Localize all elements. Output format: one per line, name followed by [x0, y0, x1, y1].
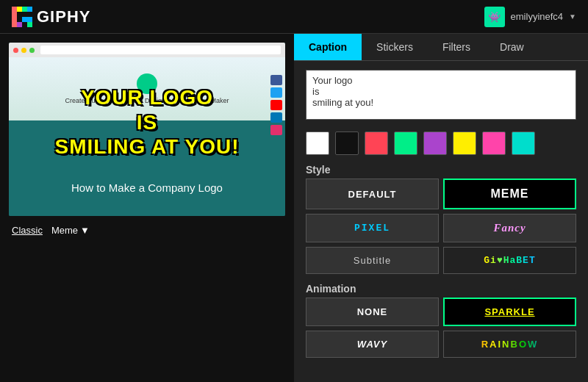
chevron-down-icon: ▼ [569, 12, 576, 21]
logo-area: GIPHY [12, 7, 90, 27]
color-swatch-red[interactable] [365, 131, 388, 155]
classic-mode-button[interactable]: Classic [9, 223, 46, 237]
style-buttons-grid: DEFAULT MEME PIXEL Fancy Subtitle [306, 179, 576, 274]
video-subtitle: How to Make a Company Logo [9, 181, 285, 194]
video-caption-text: YOUR LOGO IS SMILING AT YOU! [55, 85, 240, 159]
style-section: Style DEFAULT MEME PIXEL Fancy S [306, 164, 576, 274]
user-avatar: 👾 [484, 7, 505, 27]
tab-stickers[interactable]: Stickers [362, 34, 428, 60]
svg-rect-6 [27, 22, 32, 27]
tabs-row: Caption Stickers Filters Draw [294, 34, 588, 61]
header: GIPHY 👾 emilyyinefc4 ▼ [0, 0, 588, 34]
facebook-icon [270, 75, 282, 85]
style-section-label: Style [306, 164, 576, 176]
anim-rainbow-button[interactable]: RAINBOW [443, 331, 576, 358]
caption-input-wrapper: Your logo is smiling at you! [306, 70, 576, 123]
style-fancy-button[interactable]: Fancy [443, 214, 576, 242]
svg-rect-0 [12, 7, 17, 27]
twitter-icon [270, 87, 282, 98]
color-swatch-cyan[interactable] [512, 131, 535, 155]
tab-filters[interactable]: Filters [428, 34, 485, 60]
anim-wavy-button[interactable]: WAVY [306, 331, 439, 358]
avatar-emoji: 👾 [488, 11, 501, 23]
anim-none-button[interactable]: NONE [306, 298, 439, 326]
giphy-logo-icon [12, 7, 32, 27]
svg-rect-4 [17, 22, 22, 27]
browser-dot-green [29, 48, 35, 53]
user-area[interactable]: 👾 emilyyinefc4 ▼ [484, 7, 576, 27]
right-panel: Caption Stickers Filters Draw Your logo … [294, 34, 588, 382]
meme-mode-dropdown[interactable]: Meme ▼ [51, 225, 90, 236]
linkedin-icon [270, 112, 282, 123]
color-swatch-black[interactable] [335, 131, 359, 155]
logo-text: GIPHY [37, 7, 90, 26]
svg-rect-2 [22, 7, 27, 12]
right-content: Your logo is smiling at you! Style DEFAU… [294, 61, 588, 367]
tab-draw[interactable]: Draw [485, 34, 539, 60]
svg-rect-5 [22, 17, 32, 22]
animation-section: Animation NONE SPARKLE WAVY RAINBOW [306, 283, 576, 358]
browser-dot-yellow [21, 48, 26, 53]
mode-selector: Classic Meme ▼ [9, 223, 285, 237]
username: emilyyinefc4 [511, 11, 564, 22]
style-meme-button[interactable]: MEME [443, 179, 576, 209]
tab-caption[interactable]: Caption [294, 34, 362, 60]
animation-buttons-grid: NONE SPARKLE WAVY RAINBOW [306, 298, 576, 358]
youtube-icon [270, 100, 282, 110]
svg-rect-3 [27, 7, 32, 12]
left-panel: Create Custom Logos with DesignEvo Free … [0, 34, 294, 382]
browser-bar [9, 43, 285, 57]
instagram-icon [270, 125, 282, 135]
color-swatch-white[interactable] [306, 131, 329, 155]
color-swatch-purple[interactable] [423, 131, 447, 155]
color-swatches-row [306, 131, 576, 155]
color-swatch-yellow[interactable] [453, 131, 476, 155]
main-layout: Create Custom Logos with DesignEvo Free … [0, 34, 588, 382]
svg-rect-1 [17, 7, 22, 12]
video-preview: Create Custom Logos with DesignEvo Free … [9, 43, 285, 216]
meme-mode-label: Meme [51, 225, 78, 236]
animation-section-label: Animation [306, 283, 576, 295]
caption-textarea[interactable]: Your logo is smiling at you! [306, 70, 576, 120]
style-pixel-button[interactable]: PIXEL [306, 214, 439, 242]
style-default-button[interactable]: DEFAULT [306, 179, 439, 209]
color-swatch-green[interactable] [394, 131, 417, 155]
color-swatch-pink[interactable] [482, 131, 506, 155]
style-subtitle-button[interactable]: Subtitle [306, 247, 439, 274]
meme-dropdown-chevron: ▼ [80, 225, 90, 236]
browser-address-bar [40, 46, 281, 54]
social-icons [270, 75, 282, 135]
anim-sparkle-button[interactable]: SPARKLE [443, 298, 576, 326]
style-alphabet-button[interactable]: Gi♥HaBET [443, 247, 576, 274]
browser-dot-red [13, 48, 18, 53]
